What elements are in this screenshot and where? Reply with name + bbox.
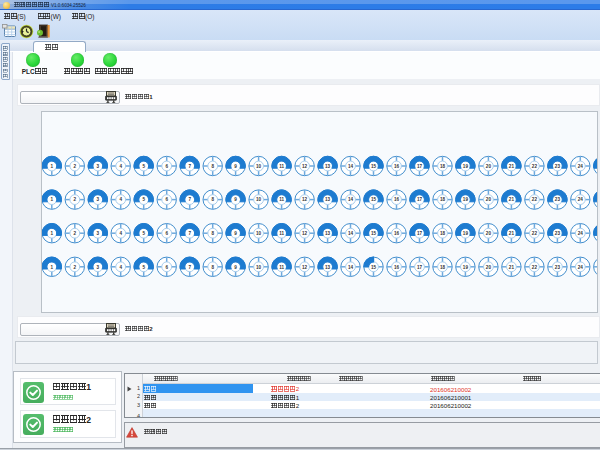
- svg-text:6: 6: [165, 231, 168, 236]
- svg-text:7: 7: [188, 197, 191, 202]
- svg-text:17: 17: [417, 231, 423, 236]
- svg-text:13: 13: [325, 265, 331, 270]
- svg-text:11: 11: [279, 231, 284, 236]
- svg-text:5: 5: [142, 197, 145, 202]
- svg-text:6: 6: [165, 197, 168, 202]
- svg-text:8: 8: [211, 197, 214, 202]
- svg-text:4: 4: [119, 265, 122, 270]
- svg-text:15: 15: [371, 265, 377, 270]
- svg-text:2: 2: [74, 231, 77, 236]
- svg-text:21: 21: [509, 265, 515, 270]
- svg-text:8: 8: [211, 231, 214, 236]
- svg-text:7: 7: [188, 164, 191, 169]
- svg-text:18: 18: [440, 231, 446, 236]
- svg-text:20: 20: [486, 164, 492, 169]
- svg-text:14: 14: [348, 231, 354, 236]
- svg-text:4: 4: [119, 231, 122, 236]
- svg-text:15: 15: [371, 197, 377, 202]
- svg-text:22: 22: [532, 197, 538, 202]
- svg-text:12: 12: [302, 197, 308, 202]
- svg-text:14: 14: [348, 164, 354, 169]
- svg-text:9: 9: [234, 197, 237, 202]
- svg-text:24: 24: [578, 197, 584, 202]
- svg-text:8: 8: [211, 265, 214, 270]
- svg-text:19: 19: [463, 197, 469, 202]
- svg-text:23: 23: [555, 265, 561, 270]
- svg-text:4: 4: [119, 197, 122, 202]
- svg-text:11: 11: [279, 197, 284, 202]
- svg-text:13: 13: [325, 164, 331, 169]
- svg-text:22: 22: [532, 164, 538, 169]
- svg-text:20: 20: [486, 197, 492, 202]
- svg-text:1: 1: [51, 164, 54, 169]
- svg-text:21: 21: [509, 197, 515, 202]
- svg-text:4: 4: [119, 164, 122, 169]
- svg-text:16: 16: [394, 197, 400, 202]
- svg-text:7: 7: [188, 265, 191, 270]
- svg-text:12: 12: [302, 231, 308, 236]
- svg-text:22: 22: [532, 265, 538, 270]
- svg-text:19: 19: [463, 164, 469, 169]
- svg-text:12: 12: [302, 265, 308, 270]
- svg-text:9: 9: [234, 265, 237, 270]
- svg-text:2: 2: [74, 265, 77, 270]
- svg-text:10: 10: [256, 164, 262, 169]
- svg-text:18: 18: [440, 197, 446, 202]
- svg-text:2: 2: [74, 197, 77, 202]
- svg-text:8: 8: [211, 164, 214, 169]
- svg-text:10: 10: [256, 265, 262, 270]
- svg-text:24: 24: [578, 231, 584, 236]
- svg-text:10: 10: [256, 197, 262, 202]
- svg-text:24: 24: [578, 265, 584, 270]
- svg-text:15: 15: [371, 231, 377, 236]
- svg-text:14: 14: [348, 265, 354, 270]
- svg-text:9: 9: [234, 231, 237, 236]
- svg-text:2: 2: [74, 164, 77, 169]
- svg-text:17: 17: [417, 265, 423, 270]
- svg-text:5: 5: [142, 265, 145, 270]
- svg-text:23: 23: [555, 197, 561, 202]
- svg-text:19: 19: [463, 265, 469, 270]
- svg-text:1: 1: [51, 197, 54, 202]
- svg-text:18: 18: [440, 265, 446, 270]
- svg-text:13: 13: [325, 231, 331, 236]
- svg-text:11: 11: [279, 164, 284, 169]
- svg-text:21: 21: [509, 164, 515, 169]
- svg-text:18: 18: [440, 164, 446, 169]
- svg-text:19: 19: [463, 231, 469, 236]
- svg-text:10: 10: [256, 231, 262, 236]
- svg-text:20: 20: [486, 231, 492, 236]
- svg-text:12: 12: [302, 164, 308, 169]
- svg-text:22: 22: [532, 231, 538, 236]
- svg-text:9: 9: [234, 164, 237, 169]
- svg-text:17: 17: [417, 164, 423, 169]
- svg-text:5: 5: [142, 231, 145, 236]
- svg-text:3: 3: [97, 231, 100, 236]
- svg-text:6: 6: [165, 164, 168, 169]
- svg-text:1: 1: [51, 231, 54, 236]
- svg-text:21: 21: [509, 231, 515, 236]
- svg-text:23: 23: [555, 231, 561, 236]
- svg-text:16: 16: [394, 164, 400, 169]
- svg-text:6: 6: [165, 265, 168, 270]
- svg-text:20: 20: [486, 265, 492, 270]
- svg-text:14: 14: [348, 197, 354, 202]
- svg-text:13: 13: [325, 197, 331, 202]
- svg-text:7: 7: [188, 231, 191, 236]
- svg-text:1: 1: [51, 265, 54, 270]
- svg-text:16: 16: [394, 265, 400, 270]
- svg-text:11: 11: [279, 265, 284, 270]
- svg-text:16: 16: [394, 231, 400, 236]
- svg-text:23: 23: [555, 164, 561, 169]
- svg-text:24: 24: [578, 164, 584, 169]
- svg-text:3: 3: [97, 164, 100, 169]
- svg-text:3: 3: [97, 197, 100, 202]
- svg-text:3: 3: [97, 265, 100, 270]
- svg-text:5: 5: [142, 164, 145, 169]
- svg-text:17: 17: [417, 197, 423, 202]
- svg-text:15: 15: [371, 164, 377, 169]
